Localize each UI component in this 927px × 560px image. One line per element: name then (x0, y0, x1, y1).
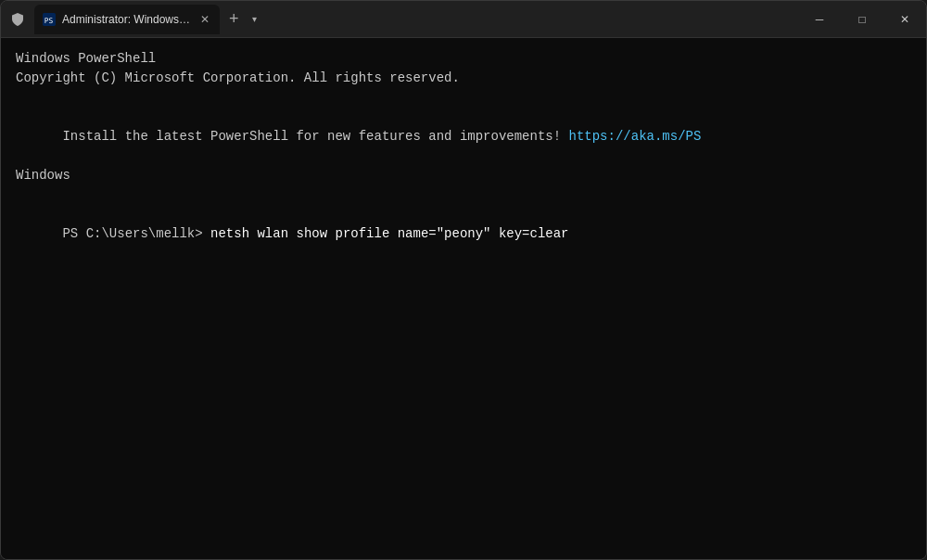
tab-dropdown-button[interactable]: ▾ (248, 14, 260, 24)
title-bar-left: PS Administrator: Windows Powe ✕ + ▾ (1, 5, 260, 34)
new-tab-button[interactable]: + (223, 9, 245, 29)
terminal-body[interactable]: Windows PowerShell Copyright (C) Microso… (1, 38, 926, 559)
terminal-prompt: PS C:\Users\mellk> (62, 226, 210, 241)
install-text-prefix: Install the latest PowerShell for new fe… (62, 129, 568, 144)
terminal-line-4b: Windows (16, 166, 911, 185)
powershell-tab-icon: PS (42, 12, 57, 27)
terminal-blank-1 (16, 88, 911, 108)
title-bar: PS Administrator: Windows Powe ✕ + ▾ ─ □… (1, 1, 926, 38)
active-tab[interactable]: PS Administrator: Windows Powe ✕ (34, 5, 220, 34)
terminal-blank-2 (16, 185, 911, 205)
terminal-command: netsh wlan show profile name="peony" key… (210, 226, 568, 241)
svg-text:PS: PS (44, 16, 54, 24)
install-link[interactable]: https://aka.ms/PS (569, 129, 702, 144)
tab-label: Administrator: Windows Powe (62, 13, 192, 26)
window-controls: ─ □ ✕ (798, 1, 926, 38)
window: PS Administrator: Windows Powe ✕ + ▾ ─ □… (0, 0, 927, 560)
shield-icon (8, 10, 27, 29)
close-button[interactable]: ✕ (883, 1, 926, 38)
terminal-command-line: PS C:\Users\mellk> netsh wlan show profi… (16, 205, 911, 263)
terminal-line-4: Install the latest PowerShell for new fe… (16, 108, 911, 166)
maximize-button[interactable]: □ (841, 1, 883, 38)
tab-close-button[interactable]: ✕ (197, 12, 212, 27)
terminal-line-2: Copyright (C) Microsoft Corporation. All… (16, 69, 911, 88)
terminal-line-1: Windows PowerShell (16, 49, 911, 69)
minimize-button[interactable]: ─ (798, 1, 841, 38)
